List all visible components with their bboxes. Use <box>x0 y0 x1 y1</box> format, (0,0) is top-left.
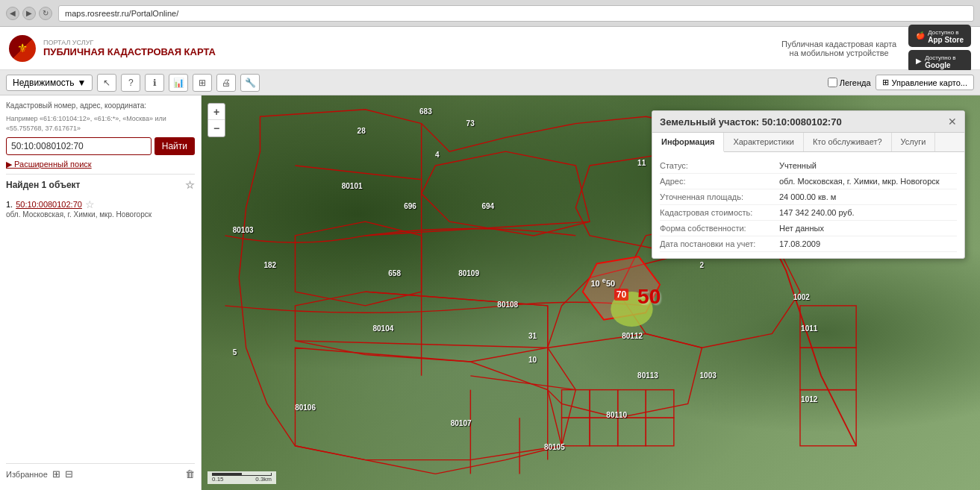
scale-label-1: 0.15 <box>212 476 224 483</box>
google-play-button[interactable]: ▶ Доступно в Google <box>908 50 971 72</box>
popup-tab-characteristics[interactable]: Характеристики <box>724 133 804 151</box>
popup-value-date: 17.08.2009 <box>779 239 820 248</box>
popup-tab-services[interactable]: Услуги <box>892 133 936 151</box>
add-favorite-icon[interactable]: ⊞ <box>52 468 60 480</box>
popup-row-address: Адрес: обл. Московская, г. Химки, мкр. Н… <box>660 174 957 189</box>
main-content: Кадастровый номер, адрес, координата: На… <box>0 95 980 490</box>
back-button[interactable]: ◀ <box>6 7 19 20</box>
svg-rect-30 <box>646 418 674 446</box>
scale-half <box>213 473 242 475</box>
logo-icon: ⚜ <box>9 35 36 62</box>
popup-title: Земельный участок: 50:10:0080102:70 <box>660 116 842 128</box>
popup-row-area: Уточненная площадь: 24 000.00 кв. м <box>660 189 957 205</box>
result-item: 1. 50:10:0080102:70 ☆ обл. Московская, г… <box>6 195 195 222</box>
popup-label-address: Адрес: <box>660 177 779 186</box>
popup-label-date: Дата постановки на учет: <box>660 239 779 248</box>
popup-label-ownership: Форма собственности: <box>660 224 779 233</box>
svg-rect-27 <box>590 418 618 446</box>
manage-map-button[interactable]: ⊞ Управление карто... <box>876 75 974 90</box>
search-label: Кадастровый номер, адрес, координата: <box>6 101 195 110</box>
portal-label: ПОРТАЛ УСЛУГ <box>43 39 216 46</box>
favorites-row: Избранное ⊞ ⊟ 🗑 <box>6 463 195 484</box>
popup-tabs: Информация Характеристики Кто обслуживае… <box>652 133 964 152</box>
popup-value-address: обл. Московская, г. Химки, мкр. Новогорс… <box>779 177 940 186</box>
scale-labels: 0.15 0.3km <box>212 476 272 483</box>
zoom-in-button[interactable]: + <box>208 104 225 120</box>
header-right: Публичная кадастровая карта на мобильном… <box>781 25 971 72</box>
scale-bar: 0.15 0.3km <box>207 471 276 484</box>
popup-value-ownership: Нет данных <box>779 224 824 233</box>
header-left: ⚜ ПОРТАЛ УСЛУГ ПУБЛИЧНАЯ КАДАСТРОВАЯ КАР… <box>9 35 216 62</box>
popup-row-status: Статус: Учтенный <box>660 158 957 174</box>
popup-row-cost: Кадастровая стоимость: 147 342 240.00 ру… <box>660 205 957 221</box>
legend-label: Легенда <box>840 78 871 87</box>
result-number: 1. <box>6 200 13 209</box>
zoom-out-button[interactable]: − <box>208 120 225 136</box>
svg-line-7 <box>470 376 575 390</box>
svg-rect-25 <box>618 390 646 418</box>
search-hint: Например «61:6:10104:12», «61:6:*», «Мос… <box>6 114 195 133</box>
chart-tool-button[interactable]: 📊 <box>169 74 188 92</box>
zoom-controls: + − <box>207 103 225 137</box>
advanced-search-link[interactable]: ▶ Расширенный поиск <box>6 160 195 169</box>
legend-checkbox[interactable] <box>828 78 837 87</box>
app-header: ⚜ ПОРТАЛ УСЛУГ ПУБЛИЧНАЯ КАДАСТРОВАЯ КАР… <box>0 27 980 70</box>
search-button[interactable]: Найти <box>155 137 195 155</box>
scale-label-2: 0.3km <box>255 476 272 483</box>
popup-row-ownership: Форма собственности: Нет данных <box>660 221 957 236</box>
chevron-down-icon: ▼ <box>78 78 87 88</box>
forward-button[interactable]: ▶ <box>22 7 36 20</box>
apple-icon: 🍎 <box>916 31 925 40</box>
result-address: обл. Московская, г. Химки, мкр. Новогорс… <box>6 210 195 219</box>
popup-content: Статус: Учтенный Адрес: обл. Московская,… <box>652 152 964 258</box>
layers-tool-button[interactable]: ⊞ <box>193 74 212 92</box>
cursor-tool-button[interactable]: ↖ <box>97 74 116 92</box>
map-area[interactable]: 683 73 80101 80102 80103 80104 80105 801… <box>202 95 980 490</box>
svg-rect-22 <box>800 390 856 446</box>
layers-icon: ⊞ <box>882 78 889 87</box>
result-link[interactable]: 50:10:0080102:70 <box>16 200 82 209</box>
main-title: ПУБЛИЧНАЯ КАДАСТРОВАЯ КАРТА <box>43 46 216 57</box>
browser-chrome: ◀ ▶ ↻ <box>0 0 980 27</box>
header-title: ПОРТАЛ УСЛУГ ПУБЛИЧНАЯ КАДАСТРОВАЯ КАРТА <box>43 39 216 57</box>
svg-rect-28 <box>618 418 646 446</box>
settings-tool-button[interactable]: 🔧 <box>240 74 260 92</box>
popup-label-area: Уточненная площадь: <box>660 192 779 201</box>
delete-favorite-icon[interactable]: 🗑 <box>185 468 195 480</box>
browser-nav-buttons: ◀ ▶ ↻ <box>6 7 52 20</box>
result-count: Найден 1 объект <box>6 180 81 190</box>
refresh-button[interactable]: ↻ <box>39 7 52 20</box>
popup-value-status: Учтенный <box>779 161 817 170</box>
svg-rect-23 <box>562 390 590 418</box>
info-tool-button[interactable]: ℹ <box>145 74 164 92</box>
save-results-icon[interactable]: ☆ <box>185 179 195 191</box>
result-star-icon[interactable]: ☆ <box>85 198 95 210</box>
legend-checkbox-label[interactable]: Легенда <box>828 78 871 87</box>
app-store-button[interactable]: 🍎 Доступно в App Store <box>908 25 971 47</box>
svg-rect-26 <box>562 418 590 446</box>
svg-marker-15 <box>548 333 702 418</box>
popup-value-cost: 147 342 240.00 руб. <box>779 208 855 217</box>
export-favorite-icon[interactable]: ⊟ <box>65 468 73 480</box>
toolbar-row: Недвижимость ▼ ↖ ? ℹ 📊 ⊞ 🖨 🔧 Легенда ⊞ У… <box>0 70 980 95</box>
popup-value-area: 24 000.00 кв. м <box>779 192 836 201</box>
popup-close-button[interactable]: ✕ <box>948 116 957 128</box>
print-tool-button[interactable]: 🖨 <box>216 74 236 92</box>
help-tool-button[interactable]: ? <box>121 74 140 92</box>
property-type-dropdown[interactable]: Недвижимость ▼ <box>6 75 93 91</box>
search-row: Найти <box>6 137 195 155</box>
info-popup: Земельный участок: 50:10:0080102:70 ✕ Ин… <box>652 110 965 259</box>
popup-row-date: Дата постановки на учет: 17.08.2009 <box>660 236 957 252</box>
svg-rect-29 <box>646 390 674 418</box>
svg-marker-14 <box>295 348 561 459</box>
popup-tab-info[interactable]: Информация <box>652 133 724 152</box>
popup-tab-services-who[interactable]: Кто обслуживает? <box>804 133 892 151</box>
url-bar[interactable] <box>58 5 974 22</box>
svg-rect-21 <box>800 348 856 389</box>
google-label: Доступно в Google <box>925 53 955 69</box>
header-promo: Публичная кадастровая карта на мобильном… <box>781 40 896 57</box>
svg-rect-24 <box>590 390 618 418</box>
search-input[interactable] <box>6 137 152 155</box>
result-header: Найден 1 объект ☆ <box>6 179 195 191</box>
manage-map-label: Управление карто... <box>892 78 967 87</box>
